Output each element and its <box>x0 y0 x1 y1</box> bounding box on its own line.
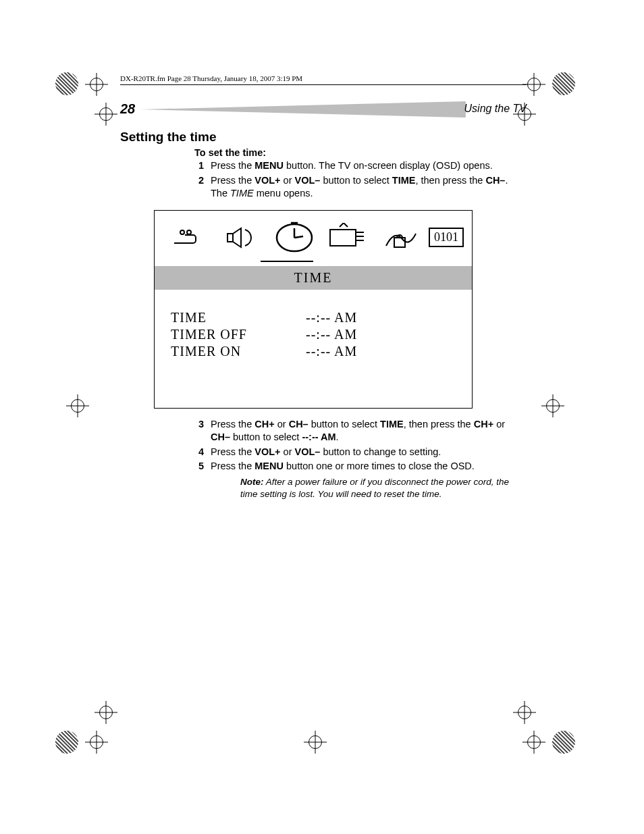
section-tag: Using the TV <box>464 103 527 115</box>
t: Press the <box>211 175 254 186</box>
reg-mark <box>541 394 564 417</box>
rule <box>120 84 527 85</box>
t: , then press the <box>415 175 485 186</box>
procedure-intro: To set the time: <box>194 147 527 158</box>
t: button to select <box>320 175 392 186</box>
osd-row-value: --:-- AM <box>306 327 456 342</box>
t: button. The TV on-screen display (OSD) o… <box>284 160 493 171</box>
corner-dot <box>552 72 575 95</box>
t: CH– <box>485 175 505 186</box>
step-5: 5 Press the MENU button one or more time… <box>181 460 527 500</box>
reg-mark <box>85 73 108 96</box>
note-text: After a power failure or if you disconne… <box>240 477 509 499</box>
t: CH– <box>211 432 230 442</box>
function-icon <box>322 223 373 253</box>
svg-marker-0 <box>140 101 466 118</box>
note-label: Note: <box>240 477 264 487</box>
t: button to select <box>308 419 380 429</box>
running-head: DX-R20TR.fm Page 28 Thursday, January 18… <box>120 74 527 82</box>
step-1: 1 Press the MENU button. The TV on-scree… <box>181 159 527 173</box>
t: or <box>275 419 289 429</box>
reg-mark <box>85 731 108 754</box>
page-number: 28 <box>120 101 135 116</box>
t: button to change to setting. <box>320 446 441 457</box>
step-4: 4 Press the VOL+ or VOL– button to chang… <box>181 446 527 459</box>
step-number: 4 <box>181 446 211 459</box>
osd-figure: 0101 TIME TIME TIMER OFF TIMER ON --:-- … <box>154 210 473 409</box>
svg-rect-6 <box>394 238 405 247</box>
t: CH+ <box>254 419 274 429</box>
osd-row-label: TIMER OFF <box>171 327 306 342</box>
t: . <box>336 432 339 442</box>
t: CH+ <box>474 419 493 429</box>
t: button to select <box>230 432 302 442</box>
osd-body: TIME TIMER OFF TIMER ON --:-- AM --:-- A… <box>155 290 472 408</box>
lock-icon <box>375 224 426 251</box>
tab-code: 0101 <box>429 228 464 247</box>
t: TIME <box>392 175 416 186</box>
section-title: Setting the time <box>120 130 527 145</box>
step-number: 2 <box>181 174 211 201</box>
steps-list: 1 Press the MENU button. The TV on-scree… <box>181 159 527 201</box>
svg-point-2 <box>187 230 191 234</box>
t: MENU <box>254 160 284 171</box>
t: Press the <box>211 461 254 471</box>
step-number: 3 <box>181 418 211 444</box>
steps-list: 3 Press the CH+ or CH– button to select … <box>181 418 527 501</box>
t: Press the <box>211 446 254 457</box>
corner-dot <box>55 731 78 754</box>
t: VOL+ <box>254 175 280 186</box>
osd-tab-icons: 0101 <box>155 211 472 261</box>
t: TIME <box>230 188 254 199</box>
t: menu opens. <box>254 188 313 199</box>
osd-row-label: TIMER ON <box>171 344 306 359</box>
reg-mark <box>522 731 545 754</box>
osd-tabbar <box>155 261 472 266</box>
t: or <box>493 419 505 429</box>
osd-row-value: --:-- AM <box>306 344 456 359</box>
reg-mark <box>304 731 327 754</box>
t: button one or more times to close the OS… <box>284 461 475 471</box>
t: TIME <box>380 419 404 429</box>
osd-row-value: --:-- AM <box>306 310 456 325</box>
t: or <box>281 446 295 457</box>
reg-mark <box>513 701 536 724</box>
svg-point-1 <box>180 230 184 234</box>
t: , then press the <box>404 419 474 429</box>
reg-mark <box>95 103 117 126</box>
page-header: 28 Using the TV <box>120 101 527 123</box>
svg-rect-3 <box>227 234 233 242</box>
video-icon <box>163 224 213 251</box>
corner-dot <box>55 72 78 95</box>
osd-title: TIME <box>155 266 472 290</box>
osd-row-label: TIME <box>171 310 306 325</box>
audio-icon <box>216 224 267 251</box>
svg-rect-5 <box>330 230 356 246</box>
step-number: 1 <box>181 159 211 173</box>
t: Press the <box>211 160 254 171</box>
t: MENU <box>254 461 284 471</box>
corner-dot <box>552 731 575 754</box>
reg-mark <box>95 701 117 724</box>
page: DX-R20TR.fm Page 28 Thursday, January 18… <box>120 74 527 502</box>
t: --:-- AM <box>302 432 336 442</box>
t: VOL+ <box>254 446 280 457</box>
t: CH– <box>289 419 308 429</box>
step-number: 5 <box>181 460 211 500</box>
t: VOL– <box>295 175 321 186</box>
t: VOL– <box>295 446 321 457</box>
reg-mark <box>66 394 89 417</box>
sweep-graphic <box>140 101 466 118</box>
t: or <box>281 175 295 186</box>
step-3: 3 Press the CH+ or CH– button to select … <box>181 418 527 444</box>
t: Press the <box>211 419 254 429</box>
time-icon <box>269 221 320 254</box>
note: Note: After a power failure or if you di… <box>240 476 527 500</box>
step-2: 2 Press the VOL+ or VOL– button to selec… <box>181 174 527 201</box>
